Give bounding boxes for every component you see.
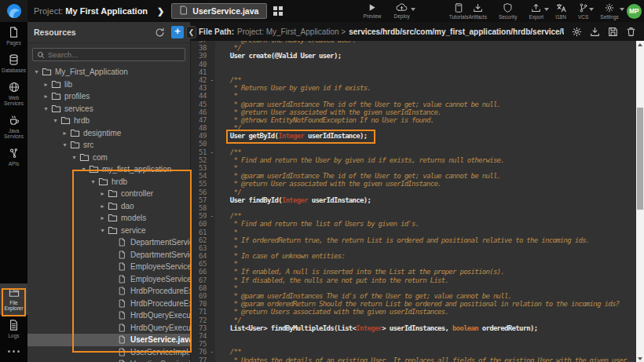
deploy-button[interactable]: Deploy (394, 3, 410, 20)
more-options-button[interactable] (8, 342, 20, 362)
code-line-72[interactable]: 72 */ (191, 316, 636, 324)
chevron-down-icon[interactable]: ▾ (42, 105, 50, 112)
tree-item-employeeserviceimpl-java[interactable]: EmployeeServiceImpl.java (27, 273, 191, 286)
save-file-button[interactable] (608, 27, 618, 37)
tree-item-hrdbprocedureexecutorservice-java[interactable]: HrdbProcedureExecutorService.java (27, 285, 191, 298)
code-line-66[interactable]: 66 * If enabled, A null is inserted into… (191, 268, 636, 276)
code-line-73[interactable]: 73 List<User> findByMultipleIds(List<Int… (191, 324, 636, 332)
export-button[interactable]: Export (529, 3, 543, 20)
collapse-panel-button[interactable]: ❮ (186, 26, 196, 38)
code-line-39[interactable]: 39 User create(@Valid User user); (191, 52, 636, 60)
tree-item-com[interactable]: ▾com (27, 152, 191, 164)
tree-item-hrdbqueryexecutorserviceimpl-java[interactable]: HrdbQueryExecutorServiceImpl.java (27, 322, 191, 335)
code-line-75[interactable]: 75 (191, 340, 636, 348)
code-line-53[interactable]: 53 * (191, 164, 636, 172)
sidebar-item-databases[interactable]: Databases (0, 49, 27, 77)
chevron-down-icon[interactable]: ▾ (89, 178, 97, 185)
tree-item-profiles[interactable]: ▸profiles (27, 90, 191, 103)
tree-item-models[interactable]: ▸models (27, 212, 191, 225)
chevron-right-icon[interactable]: ▸ (60, 130, 69, 137)
code-line-71[interactable]: 71 * @return Users associated with the g… (191, 308, 636, 316)
fold-marker-icon[interactable]: - (208, 348, 215, 356)
tree-item-hrdbqueryexecutorservice-java[interactable]: HrdbQueryExecutorService.java (27, 309, 191, 322)
sidebar-item-file-explorer[interactable]: File Explorer (0, 283, 27, 315)
code-line-58[interactable]: 58 (191, 204, 636, 212)
code-line-46[interactable]: 46 * @return User associated with the gi… (191, 108, 636, 116)
preview-button[interactable]: Preview (363, 3, 381, 20)
code-line-47[interactable]: 47 * @throws EntityNotFoundException If … (191, 116, 636, 124)
code-line-49[interactable]: 49 User getById(Integer userIdInstance); (191, 132, 636, 140)
code-line-69[interactable]: 69 * @param userIdInstances The id's of … (191, 292, 636, 300)
chevron-down-icon[interactable]: ▾ (79, 166, 88, 173)
app-logo[interactable] (0, 0, 27, 22)
code-line-52[interactable]: 52 * Find and return the User by given i… (191, 156, 636, 164)
code-line-62[interactable]: 62 * If orderedReturn true, the return L… (191, 236, 636, 244)
code-line-68[interactable]: 68 * (191, 284, 636, 292)
tree-item-hrdbprocedureexecutorserviceimpl-java[interactable]: HrdbProcedureExecutorServiceImpl.java (27, 298, 191, 310)
code-line-50[interactable]: 50 (191, 140, 636, 148)
chevron-right-icon[interactable]: ▸ (98, 190, 107, 197)
code-line-38[interactable]: 38 */ (191, 44, 636, 52)
add-resource-button[interactable]: + (171, 26, 184, 38)
tree-item-controller[interactable]: ▸controller (27, 188, 191, 200)
chevron-down-icon[interactable]: ▾ (60, 141, 69, 148)
code-line-48[interactable]: 48 */ (191, 124, 636, 132)
fold-marker-icon[interactable]: - (208, 76, 215, 84)
settings-button[interactable]: Settings (600, 3, 619, 20)
tree-item-lib[interactable]: ▸lib (27, 79, 191, 91)
tree-item-service[interactable]: ▾service (27, 225, 191, 237)
code-line-56[interactable]: 56 */ (191, 188, 636, 196)
tree-item-hrdb[interactable]: ▾hrdb (27, 115, 191, 127)
code-line-43[interactable]: 43 * Returns User by given id if exists. (191, 84, 636, 92)
fold-marker-icon[interactable]: - (208, 212, 215, 220)
chevron-down-icon[interactable]: ▾ (70, 154, 79, 161)
grid-icon[interactable] (273, 6, 283, 16)
tree-item-my-first-application[interactable]: ▾my_first_application (27, 163, 191, 176)
tree-item-userserviceimpl-java[interactable]: UserServiceImpl.java (27, 346, 191, 359)
code-line-67[interactable]: 67 * If disabled, the nulls are not put … (191, 276, 636, 284)
tree-item-services[interactable]: ▾services (27, 103, 191, 115)
code-line-63[interactable]: 63 * (191, 244, 636, 252)
code-line-76[interactable]: 76- /** (191, 348, 636, 356)
code-line-45[interactable]: 45 * @param userIdInstance The id of the… (191, 101, 636, 108)
sidebar-item-logs[interactable]: Logs (0, 315, 27, 342)
chevron-down-icon[interactable]: ▾ (98, 227, 107, 234)
security-button[interactable]: Security (499, 3, 517, 20)
avatar[interactable]: MP (627, 4, 642, 19)
tree-item-departmentserviceimpl-java[interactable]: DepartmentServiceImpl.java (27, 249, 191, 261)
fold-marker-icon[interactable]: - (208, 148, 215, 156)
artifacts-button[interactable]: Artifacts (468, 3, 486, 20)
tree-item-designtime[interactable]: ▸designtime (27, 127, 191, 140)
code-line-40[interactable]: 40 (191, 60, 636, 68)
tree-item-my-first-application[interactable]: ▾My_First_Application (27, 66, 191, 79)
delete-file-button[interactable] (626, 27, 636, 37)
code-line-42[interactable]: 42- /** (191, 76, 636, 84)
scroll-down-arrow[interactable] (636, 355, 644, 362)
scroll-up-arrow[interactable] (636, 41, 644, 48)
chevron-down-icon[interactable]: ▾ (32, 68, 41, 75)
tree-item-departmentservice-java[interactable]: DepartmentService.java (27, 236, 191, 249)
code-line-41[interactable]: 41 (191, 68, 636, 76)
code-line-55[interactable]: 55 * @return User associated with the gi… (191, 180, 636, 188)
sidebar-item-apis[interactable]: APIs (0, 143, 27, 170)
tree-item-src[interactable]: ▾src (27, 139, 191, 152)
tutorials-button[interactable]: Tutorials (449, 3, 469, 20)
code-line-64[interactable]: 64 * In case of unknown entities: (191, 252, 636, 260)
scrollbar-thumb[interactable] (637, 108, 643, 210)
search-box[interactable] (32, 48, 185, 61)
tree-item-dao[interactable]: ▸dao (27, 200, 191, 213)
code-line-59[interactable]: 59- /** (191, 212, 636, 220)
refresh-button[interactable] (155, 27, 165, 38)
code-area[interactable]: 37 * @return the newly created user.38 *… (191, 41, 636, 362)
search-input[interactable] (48, 50, 181, 59)
sidebar-item-java-services[interactable]: Java Services (0, 110, 27, 143)
code-line-70[interactable]: 70 * @param orderedReturn Should the ret… (191, 300, 636, 308)
chevron-right-icon[interactable]: ▸ (42, 81, 50, 88)
code-line-57[interactable]: 57 User findById(Integer userIdInstance)… (191, 196, 636, 204)
code-line-61[interactable]: 61 * (191, 229, 636, 236)
tab-userservice-java[interactable]: UserService.java (171, 3, 267, 19)
code-line-65[interactable]: 65 * (191, 260, 636, 268)
i18n-button[interactable]: I18N (555, 3, 566, 20)
code-line-54[interactable]: 54 * @param userIdInstance The id of the… (191, 172, 636, 180)
code-line-51[interactable]: 51- /** (191, 148, 636, 156)
